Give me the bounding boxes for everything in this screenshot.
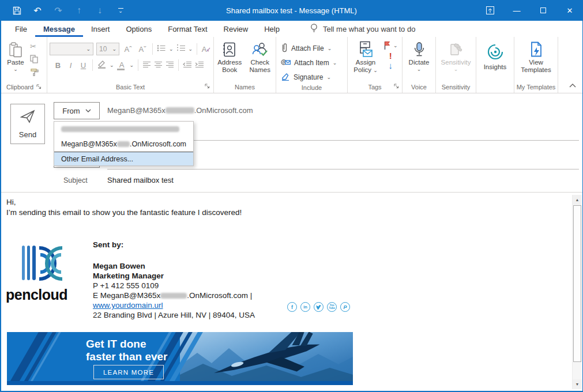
- customize-quick-access-icon[interactable]: ⌄: [113, 3, 128, 17]
- signature-button[interactable]: Signature ⌄: [281, 71, 337, 84]
- learn-more-button[interactable]: LEARN MORE: [93, 365, 164, 379]
- address-book-button[interactable]: Address Book: [216, 39, 243, 82]
- font-size-combo[interactable]: 10⌄: [96, 43, 119, 55]
- fighter-jet-image: [180, 332, 353, 385]
- from-button[interactable]: From: [54, 102, 100, 119]
- tab-file[interactable]: File: [7, 21, 35, 37]
- facebook-icon[interactable]: f: [287, 302, 297, 312]
- tab-review[interactable]: Review: [216, 21, 257, 37]
- tab-options[interactable]: Options: [118, 21, 160, 37]
- clear-formatting-button[interactable]: A: [201, 45, 211, 54]
- save-icon[interactable]: [9, 3, 24, 17]
- twitter-icon[interactable]: [314, 302, 324, 312]
- pencloud-logo-text: pencloud: [6, 287, 67, 303]
- sensitivity-button: Sensitivity ⌄: [438, 39, 473, 82]
- body-scrollbar[interactable]: ▲ ▼: [572, 195, 582, 389]
- cut-icon[interactable]: ✂: [30, 42, 39, 51]
- linkedin-icon[interactable]: in: [300, 302, 310, 312]
- insights-button[interactable]: Insights: [479, 39, 511, 82]
- outlook-message-window: ↶ ↷ ↑ ↓ ⌄ Shared mailbox test - Message …: [0, 0, 583, 392]
- signature-sent-by: Sent by:: [93, 240, 123, 250]
- dictate-button[interactable]: Dictate ⌄: [405, 39, 433, 82]
- cc-field-underline[interactable]: [107, 169, 579, 169]
- scroll-up-icon[interactable]: ▲: [573, 195, 582, 205]
- chevron-down-icon: [85, 109, 91, 112]
- bullets-button[interactable]: [157, 44, 166, 54]
- tags-dialog-launcher-icon[interactable]: [394, 83, 399, 90]
- attach-file-button[interactable]: Attach File ⌄: [281, 42, 337, 55]
- sensitivity-group-label: Sensitivity: [442, 84, 471, 91]
- message-body[interactable]: Hi, I’m sending this email to show you t…: [1, 192, 582, 391]
- scroll-down-icon[interactable]: ▼: [573, 379, 582, 389]
- shrink-font-button[interactable]: Aˇ: [137, 45, 148, 54]
- clipboard-dialog-launcher-icon[interactable]: [36, 84, 42, 91]
- basic-text-dialog-launcher-icon[interactable]: [205, 83, 210, 90]
- assign-policy-button[interactable]: Assign Policy ⌄: [352, 39, 379, 82]
- signature-name: Megan Bowen: [93, 261, 145, 271]
- font-name-combo[interactable]: ⌄: [50, 43, 93, 55]
- underline-button[interactable]: U: [78, 61, 88, 70]
- from-dropdown-item-masked[interactable]: [54, 122, 193, 137]
- check-names-button[interactable]: Check Names: [247, 39, 274, 82]
- italic-button[interactable]: I: [66, 61, 76, 70]
- tab-insert[interactable]: Insert: [83, 21, 118, 37]
- grow-font-button[interactable]: Aˆ: [122, 45, 134, 54]
- decrease-indent-icon[interactable]: [183, 60, 192, 70]
- subject-value[interactable]: Shared mailbox test: [107, 176, 174, 184]
- signature-banner[interactable]: Get IT done faster than ever LEARN MORE: [7, 332, 353, 385]
- from-dropdown-item-other-email[interactable]: Other Email Address...: [54, 152, 193, 165]
- numbering-button[interactable]: [176, 44, 186, 54]
- pinterest-icon[interactable]: P: [340, 302, 350, 312]
- align-center-icon[interactable]: [154, 60, 163, 70]
- ribbon-group-my-templates: View Templates My Templates: [514, 37, 558, 93]
- flag-icon: [383, 41, 391, 50]
- subject-label: Subject: [63, 176, 88, 184]
- collapse-ribbon-icon[interactable]: [569, 80, 576, 90]
- bold-button[interactable]: B: [53, 61, 63, 70]
- send-button[interactable]: Send: [10, 104, 45, 144]
- tab-format-text[interactable]: Format Text: [160, 21, 215, 37]
- maximize-icon[interactable]: [530, 0, 556, 21]
- banner-bottom-band: [7, 381, 353, 385]
- low-importance-button[interactable]: ↓: [389, 61, 393, 70]
- move-down-icon[interactable]: ↓: [92, 3, 107, 17]
- scrollbar-thumb[interactable]: [573, 205, 581, 362]
- check-names-icon: [252, 40, 268, 59]
- tab-message[interactable]: Message: [35, 21, 83, 37]
- align-right-icon[interactable]: [166, 60, 174, 70]
- align-left-icon[interactable]: [142, 60, 151, 70]
- ribbon-tab-row: File Message Insert Options Format Text …: [0, 21, 583, 37]
- ribbon-group-sensitivity: Sensitivity ⌄ Sensitivity: [436, 37, 476, 93]
- from-dropdown-item-megan[interactable]: MeganB@M365x.OnMicrosoft.com: [54, 137, 193, 152]
- highlight-color-button[interactable]: [97, 60, 107, 71]
- redo-icon[interactable]: ↷: [51, 3, 66, 17]
- undo-icon[interactable]: ↶: [30, 3, 45, 17]
- from-address-value: MeganB@M365x.OnMicrosoft.com: [107, 106, 253, 115]
- format-painter-icon[interactable]: [30, 67, 39, 77]
- follow-up-flag-button[interactable]: ⌄: [383, 41, 398, 50]
- copy-icon[interactable]: [30, 54, 39, 64]
- paste-button[interactable]: Paste ⌄: [3, 39, 28, 82]
- clipboard-group-label: Clipboard: [6, 84, 33, 91]
- font-color-button[interactable]: A: [117, 61, 127, 70]
- close-icon[interactable]: ✕: [556, 0, 583, 21]
- ribbon-group-names: Address Book Check Names Names: [214, 37, 276, 93]
- ribbon-display-options-icon[interactable]: [477, 0, 503, 21]
- title-bar: ↶ ↷ ↑ ↓ ⌄ Shared mailbox test - Message …: [0, 0, 583, 21]
- signature-website-link[interactable]: www.yourdomain.url: [93, 301, 163, 310]
- sensitivity-icon: [449, 40, 464, 59]
- minimize-icon[interactable]: —: [503, 0, 530, 21]
- increase-indent-icon[interactable]: [195, 60, 204, 70]
- quick-access-toolbar: ↶ ↷ ↑ ↓ ⌄: [0, 3, 128, 17]
- high-importance-button[interactable]: !: [389, 51, 392, 60]
- tab-help[interactable]: Help: [256, 21, 288, 37]
- attach-item-button[interactable]: Attach Item ⌄: [281, 56, 337, 69]
- ribbon-group-clipboard: Paste ⌄ ✂ Clipboard: [1, 37, 47, 93]
- view-templates-button[interactable]: View Templates: [518, 39, 555, 82]
- redacted-text: [117, 141, 130, 147]
- view-templates-icon: [529, 40, 543, 59]
- move-up-icon[interactable]: ↑: [72, 3, 86, 17]
- youtube-icon[interactable]: YouTube: [327, 302, 337, 312]
- window-border-left: [0, 21, 1, 392]
- tell-me-search[interactable]: Tell me what you want to do: [310, 21, 415, 37]
